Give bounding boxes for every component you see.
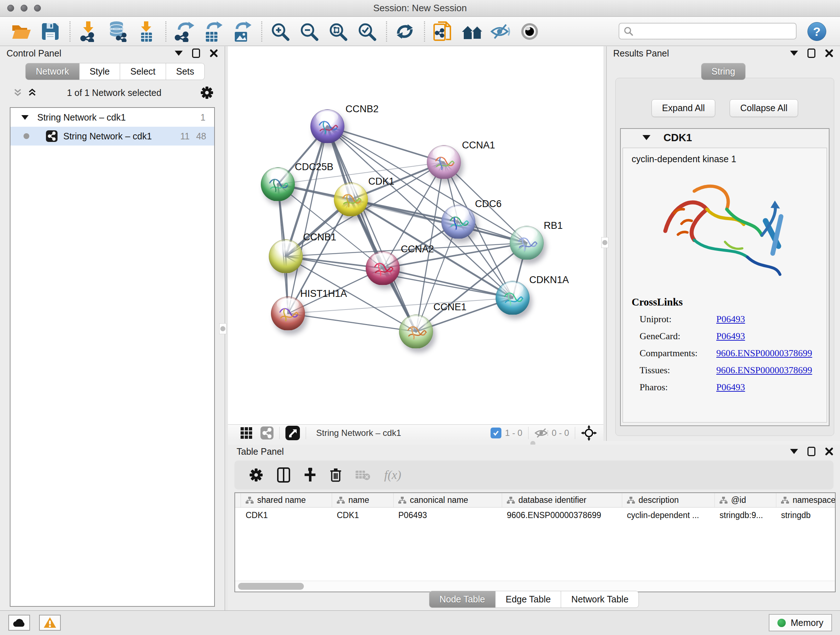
tab-string[interactable]: String [701,63,745,80]
cloud-button[interactable] [8,615,30,631]
crosslink-value[interactable]: P06493 [716,331,745,342]
crosslink-row: GeneCard:P06493 [639,331,818,342]
network-selection-status: 1 of 1 Network selected [38,88,191,98]
zoom-fit-icon[interactable] [327,21,348,42]
panel-menu-icon[interactable] [790,51,798,56]
tab-sets[interactable]: Sets [166,63,205,80]
network-node-CDK1[interactable] [334,182,368,217]
node-label: CCNA1 [462,140,495,151]
import-table-icon[interactable] [136,21,156,42]
crosslink-value[interactable]: P06493 [716,382,745,393]
zoom-in-icon[interactable] [270,21,291,42]
scrollbar-thumb[interactable] [238,583,304,590]
network-node-CCNB1[interactable] [269,239,303,273]
float-panel-icon[interactable] [807,447,815,456]
network-canvas[interactable]: CCNB2CCNA1CDC25BCDK1CDC6RB1CCNB1CCNA2CDK… [228,46,603,424]
search-input[interactable] [637,26,792,36]
memory-button[interactable]: Memory [769,614,832,631]
copy-document-icon[interactable] [432,21,453,42]
crosslink-value[interactable]: 9606.ENSP00000378699 [716,365,812,376]
column-header[interactable]: shared name [241,493,332,507]
zoom-selected-icon[interactable] [356,21,377,42]
memory-status-icon [777,619,786,627]
column-network-icon [398,497,407,504]
show-columns-icon[interactable] [277,467,290,483]
selected-nodes-checkbox-icon[interactable] [491,428,501,439]
grid-view-icon[interactable] [240,427,253,439]
right-splitter-handle[interactable] [601,237,608,248]
close-panel-icon[interactable] [210,49,218,57]
node-gloss [267,169,289,181]
search-box[interactable] [619,23,797,40]
crosslinks-heading: CrossLinks [632,296,818,308]
column-header[interactable]: name [332,493,393,507]
tab-select[interactable]: Select [120,63,166,80]
node-section-header[interactable]: CDK1 [621,129,829,146]
add-column-icon[interactable] [304,468,316,482]
status-bar: Memory [0,610,840,635]
import-database-icon[interactable] [107,21,128,42]
network-node-CCNB2[interactable] [310,109,344,143]
crosslink-row: Uniprot:P06493 [639,314,818,325]
refresh-icon[interactable] [394,21,415,42]
tab-network[interactable]: Network [25,63,80,80]
horizontal-scrollbar[interactable] [235,581,835,592]
delete-column-icon[interactable] [330,468,341,482]
network-node-CDC6[interactable] [441,205,475,239]
hide-panels-icon[interactable] [490,21,511,42]
panel-menu-icon[interactable] [175,51,183,56]
export-table-icon[interactable] [202,21,224,42]
tab-node-table[interactable]: Node Table [429,591,496,608]
warnings-button[interactable] [39,615,61,631]
string-results-box: Expand All Collapse All CDK1 cyclin-depe… [615,78,834,436]
close-panel-icon[interactable] [825,49,834,57]
fit-selected-crosshair-icon[interactable] [581,425,597,441]
table-options-gear-icon[interactable] [249,468,264,482]
open-session-icon[interactable] [11,21,32,42]
table-row[interactable]: CDK1CDK1P064939606.ENSP00000378699cyclin… [235,508,835,523]
network-node-CCNA1[interactable] [427,145,461,179]
string-view-icon[interactable] [261,426,273,440]
network-options-gear-icon[interactable] [200,86,214,100]
horizontal-splitter[interactable] [228,441,840,445]
float-panel-icon[interactable] [192,49,200,58]
section-expander-icon[interactable] [643,135,651,140]
help-icon[interactable]: ? [807,22,826,41]
network-node-CCNA2[interactable] [366,251,400,285]
column-header[interactable]: canonical name [393,493,502,507]
panel-menu-icon[interactable] [790,449,798,454]
network-node-CDC25B[interactable] [261,167,295,201]
import-network-icon[interactable] [78,21,99,42]
tab-style[interactable]: Style [80,63,120,80]
export-network-icon[interactable] [174,21,195,42]
network-row[interactable]: String Network – cdk1 11 48 [11,127,214,146]
network-node-RB1[interactable] [510,226,544,260]
crosslink-value[interactable]: P06493 [716,314,745,325]
collapse-all-networks-icon[interactable] [27,87,38,98]
tab-network-table[interactable]: Network Table [561,591,639,608]
expand-all-networks-icon[interactable] [12,87,23,98]
expand-all-button[interactable]: Expand All [652,99,715,117]
network-collection-row[interactable]: String Network – cdk1 1 [11,108,214,127]
save-session-icon[interactable] [40,21,61,42]
column-header[interactable]: database identifier [502,493,622,507]
network-node-CCNE1[interactable] [399,315,433,348]
column-header[interactable]: namespace [776,493,836,507]
eye-icon[interactable] [519,21,540,42]
tab-edge-table[interactable]: Edge Table [496,591,561,608]
column-header[interactable]: @id [715,493,776,507]
collapse-all-button[interactable]: Collapse All [729,99,798,117]
crosslink-value[interactable]: 9606.ENSP00000378699 [716,348,812,359]
network-node-CDKN1A[interactable] [496,281,530,315]
birdseye-view-icon[interactable] [286,426,300,440]
home-icon[interactable] [461,21,482,42]
column-header[interactable]: description [622,493,715,507]
network-node-HIST1H1A[interactable] [271,296,305,331]
left-splitter-handle[interactable] [219,323,226,334]
float-panel-icon[interactable] [807,49,815,58]
collection-expander-icon[interactable] [21,115,28,120]
export-image-icon[interactable] [232,21,253,42]
close-panel-icon[interactable] [825,447,834,456]
zoom-out-icon[interactable] [298,21,319,42]
edge-count: 48 [196,131,206,141]
